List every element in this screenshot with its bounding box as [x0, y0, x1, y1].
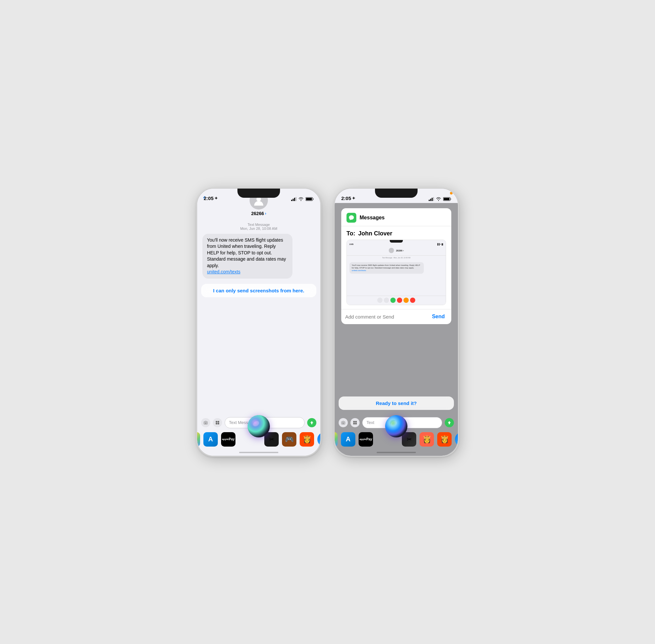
- appstore-icon-2[interactable]: A: [341, 432, 355, 446]
- arrow-up-icon-2: [447, 420, 452, 425]
- svg-point-20: [343, 422, 344, 424]
- svg-rect-17: [433, 197, 434, 201]
- mini-avatar: [389, 248, 394, 253]
- mini-bottom-bar: [347, 296, 446, 305]
- svg-point-26: [390, 420, 398, 427]
- siri-orb-ball-1: [248, 415, 270, 437]
- screen-1: 2:05: [197, 189, 320, 456]
- svg-rect-11: [218, 423, 220, 424]
- apps-icon: [215, 420, 220, 425]
- contact-chevron: ›: [265, 211, 266, 216]
- mini-icon-3: [390, 298, 396, 303]
- message-list[interactable]: Text Message Mon, Jun 28, 10:08 AM You'l…: [197, 220, 320, 284]
- mini-icon-5: [404, 298, 409, 303]
- signal-icon: [291, 197, 296, 201]
- svg-rect-15: [430, 199, 431, 201]
- battery-icon-2: [443, 197, 451, 201]
- status-icons-1: [291, 197, 314, 201]
- screenshot-mini-screen: 2:05 ▐▐ ≈ ▓ 26266 › Text Message · Mon, …: [347, 240, 446, 305]
- svg-rect-14: [429, 200, 430, 201]
- character1-icon-2[interactable]: 👸: [437, 432, 452, 446]
- home-indicator-2: [377, 452, 416, 453]
- svg-rect-1: [293, 199, 294, 201]
- svg-rect-3: [296, 197, 297, 201]
- svg-rect-16: [432, 198, 433, 201]
- svg-rect-23: [353, 423, 355, 424]
- appstore-icon[interactable]: A: [203, 432, 218, 446]
- comment-input[interactable]: [345, 309, 429, 324]
- comment-row[interactable]: Send: [341, 309, 451, 324]
- messages-app-icon: [346, 213, 356, 223]
- svg-rect-22: [355, 421, 357, 422]
- svg-rect-0: [291, 200, 292, 201]
- translate-icon-2[interactable]: 🌐: [455, 432, 458, 446]
- screenshot-preview: 2:05 ▐▐ ≈ ▓ 26266 › Text Message · Mon, …: [346, 240, 446, 305]
- phone-frame-1: 2:05: [197, 188, 321, 456]
- camera-icon-2: [341, 420, 345, 425]
- phone-2: 2:05: [334, 188, 458, 456]
- apps-icon-2: [353, 420, 357, 425]
- message-bubble: You'll now receive SMS flight updates fr…: [202, 234, 292, 279]
- share-to-label: To: John Clover: [341, 226, 451, 240]
- mini-icon-1: [377, 298, 383, 303]
- contact-name[interactable]: 26266 ›: [251, 211, 266, 216]
- mini-status: 2:05 ▐▐ ≈ ▓: [347, 243, 446, 246]
- siri-response-2: Ready to send it?: [339, 396, 454, 410]
- share-card-container: Messages To: John Clover: [341, 208, 451, 324]
- svg-point-13: [252, 420, 260, 427]
- applepay-icon[interactable]: applePay: [221, 432, 235, 446]
- svg-rect-5: [306, 198, 312, 200]
- character1-icon[interactable]: 🎮: [282, 432, 296, 446]
- share-send-button[interactable]: Send: [429, 311, 447, 322]
- messages-icon-svg: [348, 215, 354, 221]
- share-sheet-card: Messages To: John Clover: [337, 206, 455, 327]
- message-bubble-wrap: You'll now receive SMS flight updates fr…: [202, 234, 315, 279]
- siri-orb-visual: [248, 415, 270, 437]
- svg-rect-21: [353, 421, 355, 422]
- notch-2: [375, 189, 417, 198]
- mini-timestamp: Text Message · Mon, Jun 28, 10:08 AM: [347, 256, 446, 260]
- photos-app-icon-2[interactable]: 🌅: [335, 432, 338, 446]
- photos-app-icon[interactable]: 🌅: [197, 432, 200, 446]
- siri-response-1: I can only send screenshots from here.: [201, 284, 316, 297]
- wifi-icon: [298, 197, 303, 201]
- location-icon-2: [352, 197, 355, 200]
- mini-notch: [390, 240, 403, 243]
- status-icons-2: [429, 197, 451, 201]
- battery-icon: [306, 197, 314, 201]
- signal-icon-2: [429, 197, 434, 201]
- phone-frame-2: 2:05: [334, 188, 458, 456]
- character2-icon[interactable]: 👸: [300, 432, 314, 446]
- siri-orb-2[interactable]: [385, 415, 407, 437]
- svg-rect-8: [216, 421, 218, 422]
- camera-icon: [203, 420, 208, 425]
- svg-point-12: [248, 415, 270, 437]
- svg-point-25: [385, 415, 407, 437]
- svg-point-7: [205, 422, 207, 424]
- location-icon: [214, 197, 218, 200]
- wifi-icon-2: [436, 197, 441, 201]
- share-app-name: Messages: [360, 215, 385, 221]
- siri-orb-ball-2: [385, 415, 407, 437]
- status-time-2: 2:05: [341, 196, 355, 201]
- siri-orb-1[interactable]: [248, 415, 270, 437]
- phone-1: 2:05: [197, 188, 321, 456]
- message-timestamp: Text Message Mon, Jun 28, 10:08 AM: [202, 223, 315, 230]
- status-time-1: 2:05: [204, 196, 218, 201]
- mini-msg-header: 26266 ›: [347, 246, 446, 256]
- siri-orb-visual-2: [385, 415, 407, 437]
- mini-icon-4: [397, 298, 402, 303]
- message-link[interactable]: united.com/texts: [207, 269, 241, 274]
- applepay-icon-2[interactable]: applePay: [359, 432, 373, 446]
- home-indicator-1: [239, 452, 278, 453]
- svg-rect-24: [355, 423, 357, 424]
- mini-icon-6: [410, 298, 415, 303]
- translate-icon[interactable]: 🌐: [317, 432, 320, 446]
- svg-rect-10: [216, 423, 218, 424]
- notch-1: [238, 189, 280, 198]
- svg-rect-2: [294, 198, 295, 201]
- mini-message-bubble: You'll now receive SMS flight updates fr…: [349, 262, 424, 274]
- screen-2: 2:05: [335, 189, 458, 456]
- character2-icon-2[interactable]: 👸: [420, 432, 434, 446]
- svg-rect-9: [218, 421, 220, 422]
